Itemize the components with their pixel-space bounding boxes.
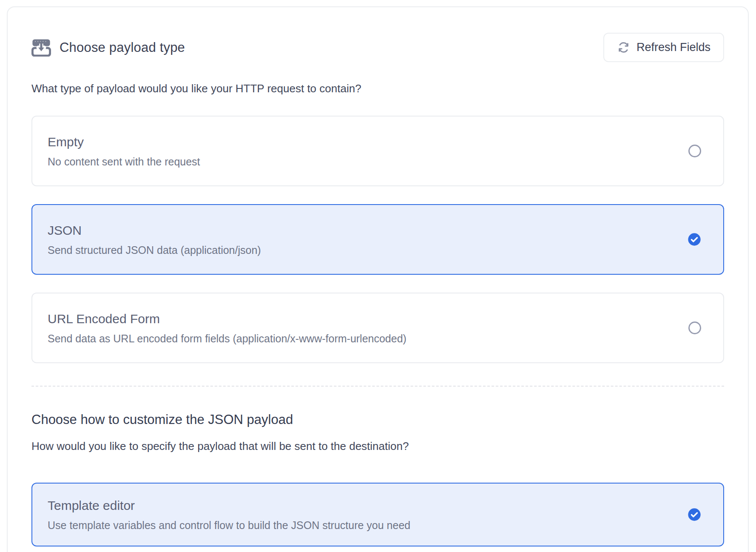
option-card-text: JSON Send structured JSON data (applicat… <box>48 222 261 257</box>
option-title: URL Encoded Form <box>48 310 406 327</box>
option-description: Send data as URL encoded form fields (ap… <box>48 332 406 345</box>
panel-header: Choose payload type Refresh Fields <box>31 33 724 62</box>
refresh-icon <box>617 41 630 54</box>
option-description: Send structured JSON data (application/j… <box>48 243 261 257</box>
customize-options: Template editor Use template variables a… <box>31 483 724 546</box>
check-selected-icon[interactable] <box>688 508 701 521</box>
option-title: Empty <box>48 134 200 151</box>
option-card-text: Empty No content sent with the request <box>48 134 200 168</box>
payload-tray-icon <box>31 39 51 57</box>
payload-type-question: What type of payload would you like your… <box>31 82 724 95</box>
section-divider <box>31 386 724 387</box>
customize-question: How would you like to specify the payloa… <box>31 439 724 453</box>
panel-header-left: Choose payload type <box>31 39 185 57</box>
radio-unselected-icon[interactable] <box>688 322 701 334</box>
payload-type-options: Empty No content sent with the request J… <box>31 116 724 363</box>
option-card-url-encoded-form[interactable]: URL Encoded Form Send data as URL encode… <box>31 293 724 363</box>
option-card-json[interactable]: JSON Send structured JSON data (applicat… <box>31 204 724 275</box>
option-card-template-editor[interactable]: Template editor Use template variables a… <box>31 483 724 546</box>
option-title: Template editor <box>48 497 410 514</box>
option-card-empty[interactable]: Empty No content sent with the request <box>31 116 724 186</box>
refresh-fields-label: Refresh Fields <box>637 41 711 54</box>
customize-section-heading: Choose how to customize the JSON payload <box>31 411 724 428</box>
check-selected-icon[interactable] <box>688 233 701 246</box>
refresh-fields-button[interactable]: Refresh Fields <box>603 33 724 62</box>
option-title: JSON <box>48 222 261 239</box>
payload-settings-panel: Choose payload type Refresh Fields What … <box>7 6 749 552</box>
option-description: No content sent with the request <box>48 155 200 168</box>
option-card-text: Template editor Use template variables a… <box>48 497 410 532</box>
page-title: Choose payload type <box>60 40 185 55</box>
radio-unselected-icon[interactable] <box>688 145 701 157</box>
option-card-text: URL Encoded Form Send data as URL encode… <box>48 310 406 345</box>
option-description: Use template variables and control flow … <box>48 518 410 532</box>
